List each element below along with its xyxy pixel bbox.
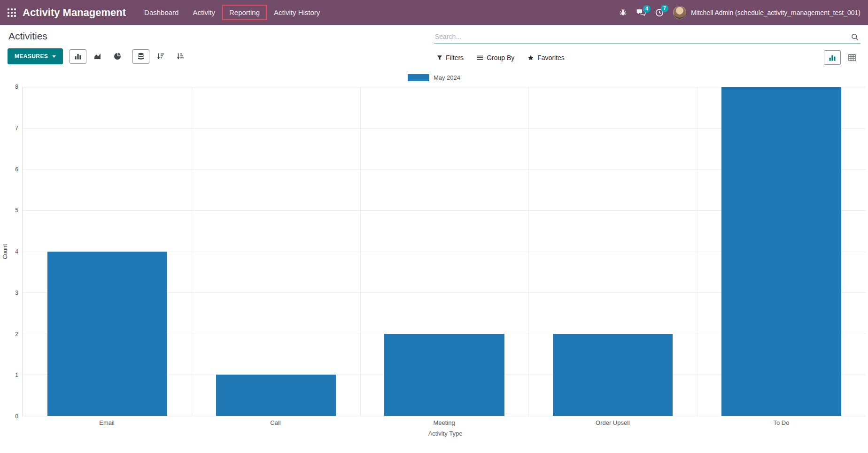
bar-call[interactable] xyxy=(216,375,336,416)
chart: Count 012345678 EmailCallMeetingOrder Up… xyxy=(0,87,868,437)
filter-funnel-icon xyxy=(437,55,442,61)
favorites-button[interactable]: Favorites xyxy=(527,54,565,61)
chart-option-group xyxy=(132,49,189,64)
filters-label: Filters xyxy=(446,54,464,61)
bar-to-do[interactable] xyxy=(721,87,841,416)
legend-label[interactable]: May 2024 xyxy=(434,74,460,81)
page-title: Activities xyxy=(8,31,434,42)
chart-legend: May 2024 xyxy=(0,74,868,81)
y-axis-label: Count xyxy=(2,244,8,259)
view-pivot-icon[interactable] xyxy=(844,50,860,65)
avatar[interactable] xyxy=(673,6,686,19)
messages-icon[interactable]: 4 xyxy=(636,9,646,16)
search-options: Filters Group By Favorites xyxy=(434,54,565,61)
measures-label: MEASURES xyxy=(15,53,48,60)
search-icon[interactable] xyxy=(851,33,859,43)
search-box xyxy=(434,31,860,44)
activities-clock-icon[interactable]: 7 xyxy=(655,8,664,17)
y-tick-label: 0 xyxy=(15,413,18,420)
y-tick-label: 4 xyxy=(15,248,18,255)
bar-chart-icon[interactable] xyxy=(70,49,86,64)
stacked-icon[interactable] xyxy=(132,49,149,64)
x-tick-label: Email xyxy=(23,419,191,426)
bar-meeting[interactable] xyxy=(384,334,504,416)
group-by-label: Group By xyxy=(487,54,514,61)
favorites-star-icon xyxy=(527,54,534,61)
pie-chart-icon[interactable] xyxy=(109,49,126,64)
measures-button[interactable]: MEASURES xyxy=(8,48,63,64)
navbar-systray: 4 7 Mitchell Admin (schedule_activity_ma… xyxy=(619,6,860,19)
menu-item-activity[interactable]: Activity xyxy=(186,5,222,20)
activities-badge: 7 xyxy=(661,5,668,12)
y-tick-label: 7 xyxy=(15,125,18,131)
x-tick-label: To Do xyxy=(697,419,866,426)
top-navbar: Activity Management DashboardActivityRep… xyxy=(0,0,868,25)
y-tick-label: 3 xyxy=(15,290,18,296)
x-tick-label: Order Upsell xyxy=(528,419,697,426)
y-tick-label: 2 xyxy=(15,331,18,338)
group-by-icon xyxy=(477,54,483,61)
sort-descending-icon[interactable] xyxy=(152,49,169,64)
favorites-label: Favorites xyxy=(537,54,565,61)
filters-button[interactable]: Filters xyxy=(437,54,464,61)
menu-item-dashboard[interactable]: Dashboard xyxy=(137,5,186,20)
messages-badge: 4 xyxy=(643,5,651,13)
area-chart-icon[interactable] xyxy=(89,49,106,64)
apps-grid-icon[interactable] xyxy=(8,8,16,17)
group-by-button[interactable]: Group By xyxy=(477,54,514,61)
sort-ascending-icon[interactable] xyxy=(172,49,189,64)
y-tick-label: 8 xyxy=(15,84,18,90)
y-tick-label: 1 xyxy=(15,372,18,378)
top-menu: DashboardActivityReportingActivity Histo… xyxy=(137,5,327,20)
x-tick-label: Meeting xyxy=(360,419,528,426)
view-bar-chart-icon[interactable] xyxy=(824,50,841,65)
menu-item-reporting[interactable]: Reporting xyxy=(222,5,267,20)
plot-area xyxy=(23,87,866,416)
bug-icon[interactable] xyxy=(619,8,627,16)
control-panel: Activities MEASURES xyxy=(0,25,868,69)
chevron-down-icon xyxy=(52,55,56,58)
app-title[interactable]: Activity Management xyxy=(23,7,126,19)
x-axis-labels: EmailCallMeetingOrder UpsellTo Do xyxy=(23,419,866,426)
y-tick-label: 5 xyxy=(15,207,18,214)
x-axis-title: Activity Type xyxy=(23,430,868,437)
x-tick-label: Call xyxy=(191,419,360,426)
search-input[interactable] xyxy=(434,31,847,43)
view-switcher xyxy=(824,50,860,65)
menu-item-activity-history[interactable]: Activity History xyxy=(267,5,327,20)
user-name[interactable]: Mitchell Admin (schedule_activity_manage… xyxy=(691,9,860,16)
chart-type-group xyxy=(70,49,126,64)
bar-order-upsell[interactable] xyxy=(553,334,673,416)
plot-wrap: 012345678 xyxy=(23,87,866,416)
y-tick-label: 6 xyxy=(15,166,18,173)
legend-swatch[interactable] xyxy=(408,74,429,81)
bar-email[interactable] xyxy=(47,252,167,416)
